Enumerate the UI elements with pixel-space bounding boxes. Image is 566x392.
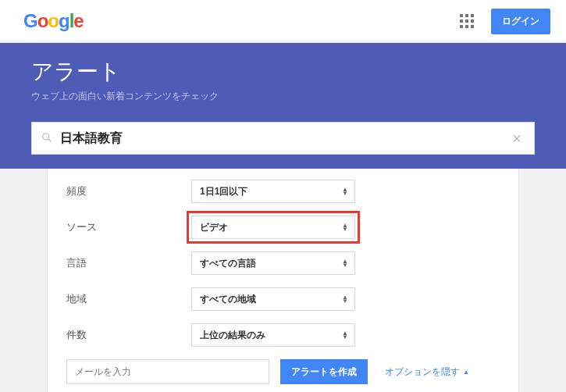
select-region[interactable]: すべての地域 ▲▼ [191, 287, 355, 311]
hero: アラート ウェブ上の面白い新着コンテンツをチェック [0, 43, 566, 122]
login-button[interactable]: ログイン [491, 9, 550, 34]
select-language-value: すべての言語 [200, 257, 256, 270]
google-logo[interactable]: Google [23, 10, 84, 32]
sort-icon: ▲▼ [342, 331, 348, 339]
email-input[interactable] [66, 359, 269, 384]
top-bar: Google ログイン [0, 0, 566, 43]
page-title: アラート [31, 57, 535, 87]
row-source: ソース ビデオ ▲▼ [66, 216, 500, 239]
options-panel: 頻度 1日1回以下 ▲▼ ソース ビデオ ▲▼ 言語 すべての言語 ▲▼ 地域 … [47, 169, 519, 392]
select-region-value: すべての地域 [200, 293, 256, 306]
row-language: 言語 すべての言語 ▲▼ [66, 251, 500, 275]
select-source-value: ビデオ [200, 221, 228, 234]
search-wrap: × [0, 122, 566, 169]
search-input[interactable] [60, 131, 509, 145]
label-language: 言語 [66, 256, 191, 270]
search-box[interactable]: × [31, 122, 535, 155]
sort-icon: ▲▼ [342, 259, 348, 267]
select-count-value: 上位の結果のみ [200, 329, 265, 342]
row-region: 地域 すべての地域 ▲▼ [66, 287, 500, 311]
chevron-up-icon: ▲ [463, 369, 469, 376]
select-source[interactable]: ビデオ ▲▼ [191, 216, 355, 239]
search-icon [41, 132, 52, 145]
label-count: 件数 [66, 328, 191, 342]
footer-row: アラートを作成 オプションを隠す ▲ [66, 359, 500, 384]
sort-icon: ▲▼ [342, 295, 348, 303]
select-frequency-value: 1日1回以下 [200, 185, 247, 198]
create-alert-button[interactable]: アラートを作成 [280, 359, 368, 384]
label-region: 地域 [66, 292, 191, 306]
apps-icon[interactable] [460, 14, 474, 28]
row-count: 件数 上位の結果のみ ▲▼ [66, 323, 500, 347]
sort-icon: ▲▼ [342, 187, 348, 195]
sort-icon: ▲▼ [342, 223, 348, 231]
svg-point-0 [43, 133, 49, 139]
svg-line-1 [48, 138, 52, 141]
select-frequency[interactable]: 1日1回以下 ▲▼ [191, 180, 355, 203]
hide-options-label: オプションを隠す [385, 365, 460, 379]
select-count[interactable]: 上位の結果のみ ▲▼ [191, 323, 355, 347]
hide-options-link[interactable]: オプションを隠す ▲ [385, 365, 469, 379]
label-frequency: 頻度 [66, 184, 191, 198]
select-language[interactable]: すべての言語 ▲▼ [191, 251, 355, 275]
clear-icon[interactable]: × [509, 130, 525, 148]
row-frequency: 頻度 1日1回以下 ▲▼ [66, 180, 500, 203]
label-source: ソース [66, 220, 191, 234]
page-subtitle: ウェブ上の面白い新着コンテンツをチェック [31, 90, 535, 103]
